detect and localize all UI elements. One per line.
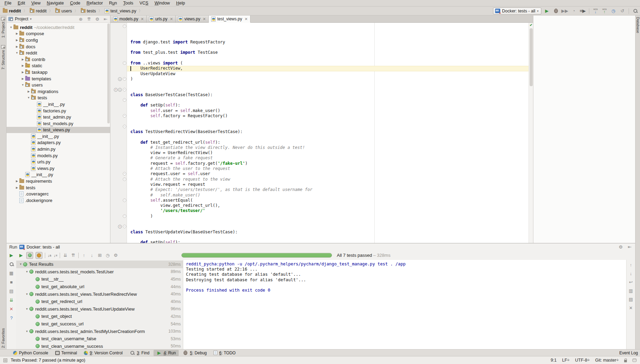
- test-row[interactable]: test_get_object42ms: [16, 313, 183, 320]
- tree-item--init-py[interactable]: __init__.py: [7, 101, 110, 108]
- test-down-icon[interactable]: ↓: [118, 77, 122, 81]
- menu-item-file[interactable]: File: [1, 0, 14, 6]
- search-icon[interactable]: [9, 261, 14, 267]
- event-log-button[interactable]: Event Log: [619, 351, 638, 355]
- tree-item-requirements[interactable]: ▶requirements: [7, 178, 110, 184]
- chevron-right-icon[interactable]: ▶: [20, 58, 25, 61]
- split-icon[interactable]: ▥: [628, 288, 634, 293]
- locate-file-icon[interactable]: ⊕: [78, 16, 83, 22]
- tree-item-test-models-py[interactable]: test_models.py: [7, 120, 110, 127]
- code-line[interactable]: [130, 224, 533, 229]
- breadcrumb-item[interactable]: reddit: [29, 9, 47, 13]
- tool-window-button-project[interactable]: 1: Project: [1, 17, 5, 38]
- close-icon[interactable]: ✕: [203, 17, 206, 21]
- tree-item-reddit[interactable]: ▼reddit: [7, 50, 110, 56]
- tree-item--coveragerc[interactable]: .coveragerc: [7, 191, 110, 197]
- collapse-all-icon[interactable]: ⇈: [86, 16, 92, 22]
- rollback-icon[interactable]: ↺: [620, 8, 625, 14]
- code-line[interactable]: def setUp(self):: [130, 103, 533, 108]
- test-row[interactable]: test_clean_username_false53ms: [16, 335, 183, 343]
- code-editor[interactable]: from django.test import RequestFactoryfr…: [127, 23, 533, 243]
- menu-item-code[interactable]: Code: [67, 0, 83, 6]
- next-failed-icon[interactable]: ↓: [89, 253, 95, 258]
- tree-item-views-py[interactable]: views.py: [7, 165, 110, 172]
- chevron-right-icon[interactable]: ▶: [26, 90, 31, 93]
- tab-test-views-py[interactable]: test_views.py✕: [209, 16, 250, 23]
- code-line[interactable]: [130, 98, 533, 103]
- code-line[interactable]: # self.make_user(): [130, 193, 533, 198]
- stop-icon[interactable]: ■: [9, 279, 14, 285]
- soft-wrap-icon[interactable]: ↩: [628, 279, 634, 285]
- chevron-down-icon[interactable]: ▼: [14, 51, 19, 54]
- code-line[interactable]: view = UserRedirectView(): [130, 150, 533, 155]
- tool-window-button-terminal[interactable]: Terminal: [52, 350, 80, 356]
- code-line[interactable]: [130, 82, 533, 87]
- chevron-right-icon[interactable]: ▶: [20, 77, 25, 80]
- debug-bug-icon[interactable]: [553, 8, 559, 14]
- print-icon[interactable]: ▤: [628, 296, 634, 302]
- encoding-selector[interactable]: UTF-8÷: [575, 358, 590, 363]
- tool-window-button-favorites[interactable]: 2: Favorites: [1, 328, 5, 348]
- tree-item-reddit[interactable]: ▼reddit~/cookiecutter/reddit: [7, 24, 110, 31]
- code-line[interactable]: # Attach the user to the request: [130, 166, 533, 171]
- hector-inspection-icon[interactable]: [632, 358, 637, 362]
- menu-item-window[interactable]: Window: [151, 0, 173, 6]
- code-line[interactable]: [130, 119, 533, 124]
- fold-marker-icon[interactable]: −: [123, 125, 126, 128]
- fold-marker-icon[interactable]: −: [123, 214, 126, 218]
- code-line[interactable]: UserUpdateView: [130, 71, 533, 77]
- tool-window-button-version-control[interactable]: 9: Version Control: [81, 350, 125, 356]
- code-line[interactable]: from ..views import (: [130, 61, 533, 66]
- clear-all-icon[interactable]: ✕: [628, 305, 634, 311]
- chevron-down-icon[interactable]: ▼: [24, 307, 29, 311]
- tree-item-urls-py[interactable]: urls.py: [7, 159, 110, 165]
- code-line[interactable]: view.get_redirect_url(),: [130, 203, 533, 208]
- code-line[interactable]: ): [130, 77, 533, 82]
- test-row[interactable]: ▼reddit.users.tests.test_views.TestUserR…: [16, 290, 183, 298]
- test-row[interactable]: test_get_success_url54ms: [16, 320, 183, 328]
- tree-item-contrib[interactable]: ▶contrib: [7, 56, 110, 63]
- fold-marker-icon[interactable]: −: [123, 178, 126, 181]
- sort-by-duration-icon[interactable]: ↓≡: [54, 253, 58, 257]
- code-line[interactable]: [130, 87, 533, 92]
- caret-position-indicator[interactable]: 9:1: [551, 358, 557, 363]
- tree-item-test-views-py[interactable]: test_views.py: [7, 127, 110, 133]
- tree-item-tests[interactable]: ▶tests: [7, 184, 110, 191]
- line-ending-selector[interactable]: LF÷: [562, 358, 569, 363]
- menu-item-refactor[interactable]: Refactor: [83, 0, 106, 6]
- code-line[interactable]: class BaseUserTestCase(TestCase):: [130, 92, 533, 98]
- code-line[interactable]: # Expect: '/users/testuser/', as that is…: [130, 187, 533, 192]
- tool-window-button-run[interactable]: ▶4: Run: [154, 350, 178, 356]
- expand-all-icon[interactable]: ⇊: [62, 253, 68, 258]
- tool-window-button-structure[interactable]: 7: Structure: [1, 45, 5, 70]
- test-down-icon[interactable]: ↓: [118, 88, 122, 92]
- tree-item--init-py[interactable]: __init__.py: [7, 133, 110, 140]
- fold-marker-icon[interactable]: −: [123, 199, 126, 202]
- chevron-right-icon[interactable]: ▶: [14, 45, 19, 48]
- code-line[interactable]: def test_get_redirect_url(self):: [130, 140, 533, 145]
- chevron-right-icon[interactable]: ▶: [14, 186, 19, 189]
- tree-item-migrations[interactable]: ▶migrations: [7, 88, 110, 95]
- chevron-down-icon[interactable]: ▼: [24, 293, 29, 296]
- code-line[interactable]: [130, 134, 533, 140]
- tree-item-adapters-py[interactable]: adapters.py: [7, 140, 110, 146]
- menu-item-vcs[interactable]: VCS: [136, 0, 151, 6]
- code-line[interactable]: '/users/testuser/': [130, 208, 533, 213]
- breadcrumb-item[interactable]: users: [55, 9, 73, 13]
- menu-item-navigate[interactable]: Navigate: [44, 0, 67, 6]
- code-line[interactable]: def setUp(self):: [130, 240, 533, 243]
- tree-item-admin-py[interactable]: admin.py: [7, 146, 110, 152]
- run-test-gutter-marks[interactable]: ↑: [118, 225, 122, 229]
- previous-failed-icon[interactable]: ↑: [81, 253, 87, 258]
- hide-panel-icon[interactable]: ⇤: [103, 16, 108, 22]
- close-icon[interactable]: ✕: [141, 17, 144, 21]
- chevron-right-icon[interactable]: ▶: [20, 71, 25, 74]
- fold-marker-icon[interactable]: −: [123, 61, 126, 65]
- breadcrumb-item[interactable]: test_views.py: [104, 8, 137, 13]
- code-line[interactable]: self.user = self.make_user(): [130, 108, 533, 113]
- test-up-icon[interactable]: ↑: [118, 225, 122, 229]
- menu-item-view[interactable]: View: [28, 0, 44, 6]
- project-view-selector[interactable]: Project ▾: [8, 17, 77, 21]
- code-line[interactable]: ): [130, 214, 533, 219]
- help-icon[interactable]: ?: [9, 315, 14, 321]
